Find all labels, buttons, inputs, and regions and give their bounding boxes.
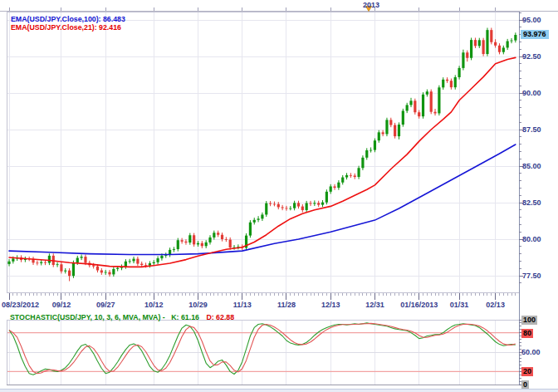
date-axis: 08/23/201209/1209/2710/1210/2911/1311/28…: [0, 0, 558, 392]
date-axis-label: 02/13: [486, 301, 505, 309]
window-bottom-edge: [0, 389, 558, 392]
date-axis-label: 01/31: [450, 301, 469, 309]
date-axis-label: 08/23/2012: [2, 301, 39, 309]
date-axis-label: 10/29: [188, 301, 208, 309]
date-axis-label: 09/27: [96, 301, 115, 309]
date-axis-label: 09/12: [52, 301, 71, 309]
date-axis-label: 11/28: [277, 301, 296, 309]
date-axis-label: 12/13: [321, 301, 340, 309]
date-axis-label: 11/13: [233, 301, 252, 309]
forex-chart-window: 2013 EMA(USD/JPY.Close,100): 86.483 EMA(…: [0, 0, 558, 392]
date-axis-label: 12/31: [365, 301, 384, 309]
date-axis-label: 01/16/2013: [400, 301, 438, 309]
date-axis-label: 10/12: [144, 301, 164, 309]
